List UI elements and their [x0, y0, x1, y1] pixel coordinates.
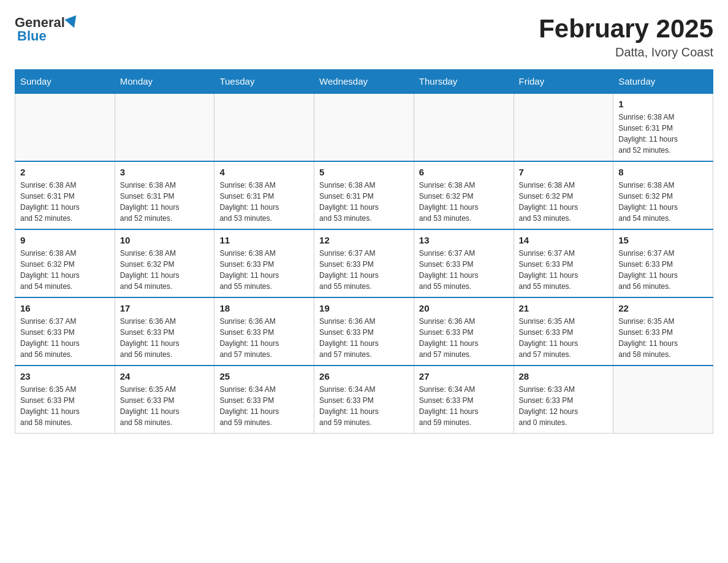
calendar-week-row-2: 2Sunrise: 6:38 AM Sunset: 6:31 PM Daylig… — [15, 161, 713, 229]
calendar-cell-1-7: 1Sunrise: 6:38 AM Sunset: 6:31 PM Daylig… — [613, 93, 713, 161]
day-number: 5 — [319, 167, 409, 177]
calendar-cell-3-4: 12Sunrise: 6:37 AM Sunset: 6:33 PM Dayli… — [314, 229, 414, 297]
day-info: Sunrise: 6:38 AM Sunset: 6:31 PM Dayligh… — [120, 180, 210, 224]
title-section: February 2025 Datta, Ivory Coast — [539, 15, 713, 59]
calendar-cell-1-4 — [314, 93, 414, 161]
day-info: Sunrise: 6:34 AM Sunset: 6:33 PM Dayligh… — [219, 384, 309, 428]
day-info: Sunrise: 6:38 AM Sunset: 6:32 PM Dayligh… — [618, 180, 708, 224]
day-info: Sunrise: 6:37 AM Sunset: 6:33 PM Dayligh… — [618, 248, 708, 292]
logo-triangle-icon — [64, 15, 80, 30]
calendar-cell-5-2: 24Sunrise: 6:35 AM Sunset: 6:33 PM Dayli… — [115, 366, 214, 434]
calendar-cell-3-1: 9Sunrise: 6:38 AM Sunset: 6:32 PM Daylig… — [15, 229, 115, 297]
column-header-monday: Monday — [115, 70, 214, 94]
day-number: 10 — [120, 235, 210, 245]
calendar-cell-2-6: 7Sunrise: 6:38 AM Sunset: 6:32 PM Daylig… — [514, 161, 613, 229]
calendar-cell-3-2: 10Sunrise: 6:38 AM Sunset: 6:32 PM Dayli… — [115, 229, 214, 297]
calendar-week-row-4: 16Sunrise: 6:37 AM Sunset: 6:33 PM Dayli… — [15, 297, 713, 366]
day-number: 27 — [419, 371, 509, 381]
day-number: 14 — [519, 235, 609, 245]
day-info: Sunrise: 6:36 AM Sunset: 6:33 PM Dayligh… — [120, 316, 210, 360]
day-number: 3 — [120, 167, 210, 177]
day-number: 25 — [219, 371, 309, 381]
logo: General Blue — [15, 15, 80, 44]
calendar-cell-1-3 — [214, 93, 314, 161]
day-info: Sunrise: 6:37 AM Sunset: 6:33 PM Dayligh… — [20, 316, 110, 360]
day-number: 23 — [20, 371, 110, 381]
calendar-cell-1-6 — [514, 93, 613, 161]
day-info: Sunrise: 6:38 AM Sunset: 6:31 PM Dayligh… — [618, 112, 708, 156]
location-text: Datta, Ivory Coast — [539, 45, 713, 59]
calendar-week-row-3: 9Sunrise: 6:38 AM Sunset: 6:32 PM Daylig… — [15, 229, 713, 297]
calendar-cell-4-4: 19Sunrise: 6:36 AM Sunset: 6:33 PM Dayli… — [314, 297, 414, 366]
calendar-week-row-5: 23Sunrise: 6:35 AM Sunset: 6:33 PM Dayli… — [15, 366, 713, 434]
calendar-cell-2-7: 8Sunrise: 6:38 AM Sunset: 6:32 PM Daylig… — [613, 161, 713, 229]
day-number: 18 — [219, 303, 309, 313]
day-info: Sunrise: 6:35 AM Sunset: 6:33 PM Dayligh… — [618, 316, 708, 360]
day-number: 2 — [20, 167, 110, 177]
calendar-cell-3-7: 15Sunrise: 6:37 AM Sunset: 6:33 PM Dayli… — [613, 229, 713, 297]
calendar-cell-2-3: 4Sunrise: 6:38 AM Sunset: 6:31 PM Daylig… — [214, 161, 314, 229]
day-info: Sunrise: 6:35 AM Sunset: 6:33 PM Dayligh… — [519, 316, 609, 360]
day-info: Sunrise: 6:35 AM Sunset: 6:33 PM Dayligh… — [120, 384, 210, 428]
day-info: Sunrise: 6:38 AM Sunset: 6:31 PM Dayligh… — [219, 180, 309, 224]
day-info: Sunrise: 6:38 AM Sunset: 6:32 PM Dayligh… — [120, 248, 210, 292]
day-number: 20 — [419, 303, 509, 313]
day-info: Sunrise: 6:33 AM Sunset: 6:33 PM Dayligh… — [519, 384, 609, 428]
calendar-cell-3-3: 11Sunrise: 6:38 AM Sunset: 6:33 PM Dayli… — [214, 229, 314, 297]
calendar-week-row-1: 1Sunrise: 6:38 AM Sunset: 6:31 PM Daylig… — [15, 93, 713, 161]
column-header-sunday: Sunday — [15, 70, 115, 94]
logo-blue-text: Blue — [15, 28, 47, 44]
column-header-friday: Friday — [514, 70, 613, 94]
calendar-cell-3-5: 13Sunrise: 6:37 AM Sunset: 6:33 PM Dayli… — [414, 229, 514, 297]
column-header-saturday: Saturday — [613, 70, 713, 94]
calendar-cell-5-1: 23Sunrise: 6:35 AM Sunset: 6:33 PM Dayli… — [15, 366, 115, 434]
day-info: Sunrise: 6:35 AM Sunset: 6:33 PM Dayligh… — [20, 384, 110, 428]
day-info: Sunrise: 6:34 AM Sunset: 6:33 PM Dayligh… — [419, 384, 509, 428]
page-header: General Blue February 2025 Datta, Ivory … — [15, 15, 713, 59]
day-number: 6 — [419, 167, 509, 177]
day-number: 9 — [20, 235, 110, 245]
calendar-cell-2-2: 3Sunrise: 6:38 AM Sunset: 6:31 PM Daylig… — [115, 161, 214, 229]
calendar-cell-1-5 — [414, 93, 514, 161]
day-number: 16 — [20, 303, 110, 313]
calendar-cell-5-7 — [613, 366, 713, 434]
calendar-cell-5-5: 27Sunrise: 6:34 AM Sunset: 6:33 PM Dayli… — [414, 366, 514, 434]
day-info: Sunrise: 6:36 AM Sunset: 6:33 PM Dayligh… — [319, 316, 409, 360]
day-number: 1 — [618, 99, 708, 109]
day-info: Sunrise: 6:38 AM Sunset: 6:32 PM Dayligh… — [519, 180, 609, 224]
day-info: Sunrise: 6:38 AM Sunset: 6:33 PM Dayligh… — [219, 248, 309, 292]
calendar-cell-5-6: 28Sunrise: 6:33 AM Sunset: 6:33 PM Dayli… — [514, 366, 613, 434]
calendar-cell-1-1 — [15, 93, 115, 161]
day-info: Sunrise: 6:38 AM Sunset: 6:32 PM Dayligh… — [419, 180, 509, 224]
day-number: 24 — [120, 371, 210, 381]
calendar-cell-5-3: 25Sunrise: 6:34 AM Sunset: 6:33 PM Dayli… — [214, 366, 314, 434]
day-number: 26 — [319, 371, 409, 381]
calendar-cell-4-7: 22Sunrise: 6:35 AM Sunset: 6:33 PM Dayli… — [613, 297, 713, 366]
calendar-cell-5-4: 26Sunrise: 6:34 AM Sunset: 6:33 PM Dayli… — [314, 366, 414, 434]
day-number: 15 — [618, 235, 708, 245]
calendar-table: SundayMondayTuesdayWednesdayThursdayFrid… — [15, 69, 713, 434]
day-number: 12 — [319, 235, 409, 245]
column-header-thursday: Thursday — [414, 70, 514, 94]
day-number: 17 — [120, 303, 210, 313]
day-number: 28 — [519, 371, 609, 381]
column-header-tuesday: Tuesday — [214, 70, 314, 94]
day-number: 4 — [219, 167, 309, 177]
calendar-cell-3-6: 14Sunrise: 6:37 AM Sunset: 6:33 PM Dayli… — [514, 229, 613, 297]
day-number: 22 — [618, 303, 708, 313]
calendar-cell-4-6: 21Sunrise: 6:35 AM Sunset: 6:33 PM Dayli… — [514, 297, 613, 366]
day-info: Sunrise: 6:38 AM Sunset: 6:31 PM Dayligh… — [20, 180, 110, 224]
day-number: 8 — [618, 167, 708, 177]
calendar-cell-1-2 — [115, 93, 214, 161]
column-header-wednesday: Wednesday — [314, 70, 414, 94]
day-info: Sunrise: 6:38 AM Sunset: 6:31 PM Dayligh… — [319, 180, 409, 224]
calendar-cell-4-5: 20Sunrise: 6:36 AM Sunset: 6:33 PM Dayli… — [414, 297, 514, 366]
day-number: 13 — [419, 235, 509, 245]
day-number: 7 — [519, 167, 609, 177]
day-info: Sunrise: 6:38 AM Sunset: 6:32 PM Dayligh… — [20, 248, 110, 292]
month-title: February 2025 — [539, 15, 713, 43]
day-info: Sunrise: 6:36 AM Sunset: 6:33 PM Dayligh… — [219, 316, 309, 360]
calendar-cell-4-3: 18Sunrise: 6:36 AM Sunset: 6:33 PM Dayli… — [214, 297, 314, 366]
day-info: Sunrise: 6:37 AM Sunset: 6:33 PM Dayligh… — [419, 248, 509, 292]
calendar-cell-4-1: 16Sunrise: 6:37 AM Sunset: 6:33 PM Dayli… — [15, 297, 115, 366]
